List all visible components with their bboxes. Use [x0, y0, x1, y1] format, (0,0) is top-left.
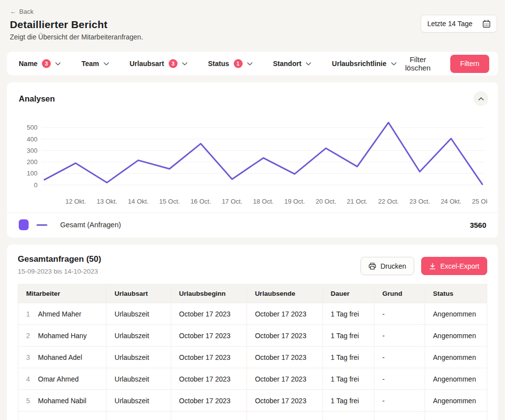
apply-filters-button[interactable]: Filtern	[450, 55, 489, 73]
back-arrow-icon: ←	[10, 8, 16, 15]
filter-count-badge: 3	[42, 59, 51, 68]
chevron-down-icon	[104, 62, 109, 66]
back-label: Back	[19, 8, 34, 15]
cell-dauer: 1 Tag frei	[323, 368, 374, 390]
column-header-mitarbeiter: Mitarbeiter	[18, 284, 107, 303]
filter-label: Name	[19, 60, 37, 68]
legend-swatch	[19, 219, 29, 230]
x-axis-tick: 20 Oct.	[316, 198, 336, 205]
filter-count-badge: 3	[169, 59, 178, 68]
printer-icon	[368, 262, 376, 270]
download-icon	[429, 263, 436, 270]
print-label: Drucken	[381, 262, 406, 270]
table-row: 3Mohaned AdelUrlaubszeitOctober 17 2023O…	[18, 347, 487, 368]
back-link[interactable]: ← Back	[10, 8, 34, 15]
requests-date-range: 15-09-2023 bis 14-10-2023	[18, 268, 101, 275]
filter-standort[interactable]: Standort	[273, 60, 312, 68]
employee-name: Mohamed Hany	[38, 332, 87, 340]
cell-urlaubsbeginn: October 17 2023	[171, 347, 247, 368]
cell-grund: -	[374, 303, 425, 325]
table-row: 4Omar AhmedUrlaubszeitOctober 17 2023Oct…	[18, 368, 487, 390]
cell-urlaubsende: October 17 2023	[247, 368, 323, 390]
cell-status: Angenommen	[425, 303, 487, 325]
filter-count-badge: 1	[234, 59, 243, 68]
x-axis-tick: 19 Oct.	[284, 198, 305, 205]
x-axis-tick: 21 Oct.	[347, 198, 367, 205]
x-axis-tick: 13 Okt.	[97, 198, 117, 205]
x-axis-tick: 14 Okt.	[128, 198, 148, 205]
page-subtitle: Zeigt die Übersicht der Mitarbeiteranfra…	[10, 33, 497, 41]
cell-urlaubsende: October 17 2023	[247, 303, 323, 325]
filter-team[interactable]: Team	[81, 60, 109, 68]
y-axis-tick: 0	[34, 181, 37, 189]
x-axis-tick: 24 Okt.	[441, 198, 462, 205]
legend-line-sample	[36, 224, 47, 226]
filter-bar: Name3TeamUrlaubsart3Status1StandortUrlau…	[7, 52, 498, 75]
chevron-down-icon	[182, 62, 187, 66]
cell-mitarbeiter: 2Mohamed Hany	[18, 325, 107, 347]
column-header-urlaubsart: Urlaubsart	[107, 284, 171, 303]
x-axis-tick: 12 Okt.	[65, 198, 86, 205]
employee-name: Ahmed Maher	[38, 310, 81, 318]
collapse-button[interactable]	[473, 91, 488, 106]
y-axis-tick: 400	[27, 136, 37, 143]
x-axis-tick: 23 Oct.	[409, 198, 430, 205]
employee-name: Omar Ahmed	[38, 375, 78, 383]
cell-urlaubsart: Urlaubszeit	[107, 303, 171, 325]
x-axis-tick: 18 Oct.	[253, 198, 274, 205]
excel-export-button[interactable]: Excel-Export	[421, 257, 487, 275]
analytics-card: Analysen 010020030040050012 Okt.13 Okt.1…	[7, 82, 498, 238]
chevron-down-icon	[391, 62, 397, 66]
cell-urlaubsende: October 17 2023	[247, 325, 323, 347]
cell-urlaubsbeginn: October 17 2023	[171, 303, 247, 325]
page-header: ← Back Detaillierter Bericht Zeigt die Ü…	[0, 0, 505, 46]
x-axis-tick: 25 Okt.	[472, 198, 487, 205]
legend-total: 3560	[470, 221, 486, 229]
cell-dauer: 1 Tag frei	[323, 303, 374, 325]
row-number: 5	[26, 397, 38, 405]
filter-label: Team	[81, 60, 99, 68]
y-axis-tick: 100	[27, 170, 37, 177]
cell-mitarbeiter: 3Mohaned Adel	[18, 347, 107, 368]
cell-urlaubsbeginn: October 17 2023	[171, 325, 247, 347]
requests-title: Gesamtanfragen (50)	[18, 254, 101, 264]
filter-urlaubsart[interactable]: Urlaubsart3	[130, 59, 187, 68]
column-header-urlaubsende: Urlaubsende	[247, 284, 323, 303]
cell-status: Angenommen	[425, 368, 487, 390]
table-row: 5Mohamed NabilUrlaubszeitOctober 17 2023…	[18, 390, 487, 412]
row-number: 2	[26, 332, 38, 340]
date-range-label: Letzte 14 Tage	[427, 20, 472, 28]
chevron-up-icon	[478, 97, 484, 101]
column-header-grund: Grund	[374, 284, 425, 303]
cell-status: Angenommen	[425, 347, 487, 368]
x-axis-tick: 22 Oct.	[378, 198, 399, 205]
analytics-chart: 010020030040050012 Okt.13 Okt.14 Okt.15 …	[19, 110, 487, 210]
x-axis-tick: 16 Oct.	[190, 198, 211, 205]
requests-table: MitarbeiterUrlaubsartUrlaubsbeginnUrlaub…	[18, 284, 487, 420]
x-axis-tick: 15 Oct.	[159, 198, 180, 205]
cell-urlaubsart: Urlaubszeit	[107, 390, 171, 412]
cell-dauer: 1 Tag frei	[323, 390, 374, 412]
cell-mitarbeiter: 1Ahmed Maher	[18, 303, 107, 325]
filter-urlaubsrichtlinie[interactable]: Urlaubsrichtlinie	[332, 60, 396, 68]
cell-urlaubsart: Urlaubszeit	[107, 368, 171, 390]
clear-filters-button[interactable]: Filter löschen	[397, 55, 440, 72]
employee-name: Mohamed Nabil	[38, 397, 86, 405]
filter-status[interactable]: Status1	[208, 59, 252, 68]
table-row: 2Mohamed HanyUrlaubszeitOctober 17 2023O…	[18, 325, 487, 347]
cell-dauer: 1 Tag frei	[323, 325, 374, 347]
cell-urlaubsbeginn: October 17 2023	[171, 368, 247, 390]
cell-urlaubsende: October 17 2023	[247, 347, 323, 368]
column-header-dauer: Dauer	[323, 284, 374, 303]
y-axis-tick: 200	[27, 158, 37, 166]
chevron-down-icon	[247, 62, 252, 66]
employee-name: Mohaned Adel	[38, 353, 82, 361]
cell-urlaubsende: October 17 2023	[247, 390, 323, 412]
column-header-urlaubsbeginn: Urlaubsbeginn	[171, 284, 247, 303]
filter-name[interactable]: Name3	[19, 59, 61, 68]
date-range-button[interactable]: Letzte 14 Tage	[421, 15, 497, 33]
cell-urlaubsart: Urlaubszeit	[107, 325, 171, 347]
print-button[interactable]: Drucken	[361, 257, 414, 275]
table-row	[18, 412, 487, 420]
filter-label: Urlaubsrichtlinie	[332, 60, 386, 68]
